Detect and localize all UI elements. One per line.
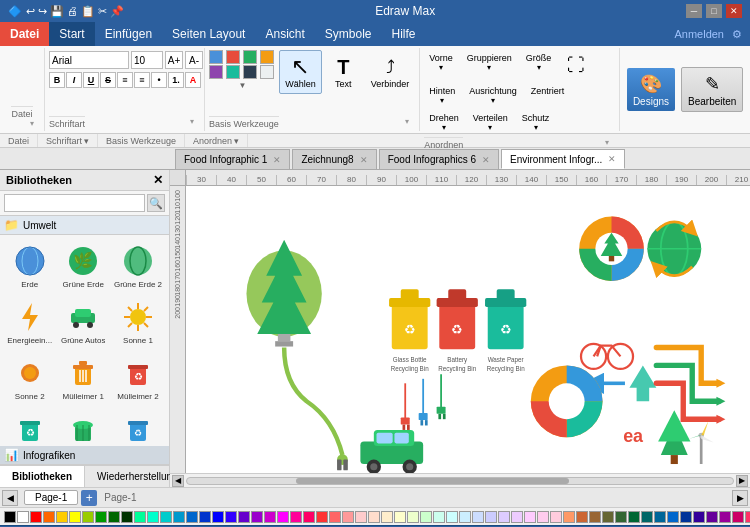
color-swatch[interactable] — [602, 511, 614, 523]
color-swatch[interactable] — [511, 511, 523, 523]
infografiken-header[interactable]: 📊 Infografiken — [0, 446, 169, 465]
color-swatch[interactable] — [108, 511, 120, 523]
color-swatch[interactable] — [43, 511, 55, 523]
color-swatch[interactable] — [212, 511, 224, 523]
shape-swatch-7[interactable] — [243, 65, 257, 79]
color-swatch[interactable] — [628, 511, 640, 523]
zentriert-button[interactable]: Zentriert — [526, 83, 570, 108]
number-btn[interactable]: 1. — [168, 72, 184, 88]
shape-swatch-3[interactable] — [243, 50, 257, 64]
gruppieren-button[interactable]: Gruppieren▾ — [462, 50, 517, 81]
basis-expand[interactable]: ▾ — [405, 117, 415, 127]
font-size-dec-btn[interactable]: A- — [185, 51, 203, 69]
color-swatch[interactable] — [277, 511, 289, 523]
sidebar-item-erde[interactable]: Erde — [4, 239, 55, 293]
menu-hilfe[interactable]: Hilfe — [382, 22, 426, 46]
color-swatch[interactable] — [82, 511, 94, 523]
color-swatch[interactable] — [407, 511, 419, 523]
sidebar-item-mulleimer1[interactable]: Mülleimer 1 — [57, 351, 108, 405]
color-swatch[interactable] — [251, 511, 263, 523]
color-swatch[interactable] — [199, 511, 211, 523]
color-swatch[interactable] — [550, 511, 562, 523]
menu-seiten-layout[interactable]: Seiten Layout — [162, 22, 255, 46]
color-swatch[interactable] — [563, 511, 575, 523]
color-swatch[interactable] — [160, 511, 172, 523]
tab-zeichnung8[interactable]: Zeichnung8 ✕ — [292, 149, 376, 169]
sidebar-item-mulleimer2[interactable]: ♻ Mülleimer 2 — [111, 351, 165, 405]
shape-swatch-4[interactable] — [260, 50, 274, 64]
hinten-button[interactable]: Hinten▾ — [424, 83, 460, 108]
color-swatch[interactable] — [394, 511, 406, 523]
color-swatch[interactable] — [56, 511, 68, 523]
color-swatch[interactable] — [4, 511, 16, 523]
color-swatch[interactable] — [472, 511, 484, 523]
tab-food-infographic-1[interactable]: Food Infographic 1 ✕ — [175, 149, 290, 169]
color-swatch[interactable] — [186, 511, 198, 523]
color-swatch[interactable] — [654, 511, 666, 523]
menu-datei[interactable]: Datei — [0, 22, 49, 46]
color-swatch[interactable] — [316, 511, 328, 523]
sidebar-close-icon[interactable]: ✕ — [153, 173, 163, 187]
anordnen-expand[interactable]: ▾ — [605, 138, 615, 148]
tab-food-infographics-6[interactable]: Food Infographics 6 ✕ — [379, 149, 499, 169]
color-swatch[interactable] — [576, 511, 588, 523]
color-swatch[interactable] — [433, 511, 445, 523]
canvas-content[interactable]: ♻ Glass Bottle Recycling Bin ♻ Battery R… — [186, 186, 750, 473]
scroll-right-btn[interactable]: ▶ — [736, 475, 748, 487]
shape-swatch-1[interactable] — [209, 50, 223, 64]
add-page-btn[interactable]: + — [81, 490, 97, 506]
color-swatch[interactable] — [17, 511, 29, 523]
color-swatch[interactable] — [680, 511, 692, 523]
color-swatch[interactable] — [303, 511, 315, 523]
bold-btn[interactable]: B — [49, 72, 65, 88]
color-swatch[interactable] — [381, 511, 393, 523]
waehlen-button[interactable]: ↖ Wählen — [279, 50, 322, 94]
menu-symbole[interactable]: Symbole — [315, 22, 382, 46]
sidebar-item-mulleimer3[interactable]: ♻ Mülleimer 3 — [4, 407, 55, 446]
search-button[interactable]: 🔍 — [147, 194, 165, 212]
color-swatch[interactable] — [719, 511, 731, 523]
underline-btn[interactable]: U — [83, 72, 99, 88]
tab-close-4[interactable]: ✕ — [608, 154, 616, 164]
drehen-button[interactable]: Drehen▾ — [424, 110, 464, 135]
sidebar-item-mulleimer5[interactable]: ♻ Mülleimer 5 — [111, 407, 165, 446]
verteilen-button[interactable]: Verteilen▾ — [468, 110, 513, 135]
shape-swatch-2[interactable] — [226, 50, 240, 64]
color-swatch[interactable] — [485, 511, 497, 523]
color-swatch[interactable] — [446, 511, 458, 523]
menu-ansicht[interactable]: Ansicht — [255, 22, 314, 46]
color-swatch[interactable] — [121, 511, 133, 523]
align-center-btn[interactable]: ≡ — [134, 72, 150, 88]
schutz-button[interactable]: Schutz▾ — [517, 110, 555, 135]
page-prev-btn[interactable]: ◀ — [2, 490, 18, 506]
bullet-btn[interactable]: • — [151, 72, 167, 88]
text-button[interactable]: T Text — [325, 50, 362, 94]
shape-swatch-5[interactable] — [209, 65, 223, 79]
font-size-input[interactable] — [131, 51, 163, 69]
maximize-button[interactable]: □ — [706, 4, 722, 18]
color-swatch[interactable] — [134, 511, 146, 523]
color-swatch[interactable] — [537, 511, 549, 523]
color-swatch[interactable] — [30, 511, 42, 523]
sidebar-item-gruene-autos[interactable]: Grüne Autos — [57, 295, 108, 349]
ausrichtung-button[interactable]: Ausrichtung▾ — [464, 83, 522, 108]
shape-swatch-8[interactable] — [260, 65, 274, 79]
color-swatch[interactable] — [238, 511, 250, 523]
color-swatch[interactable] — [368, 511, 380, 523]
color-swatch[interactable] — [667, 511, 679, 523]
font-color-btn[interactable]: A — [185, 72, 201, 88]
sidebar-item-mulleimer4[interactable]: Mülleimer 4 — [57, 407, 108, 446]
h-scrollbar-track[interactable] — [186, 477, 734, 485]
menu-start[interactable]: Start — [49, 22, 94, 46]
color-swatch[interactable] — [589, 511, 601, 523]
color-swatch[interactable] — [264, 511, 276, 523]
page-next-btn[interactable]: ▶ — [732, 490, 748, 506]
color-swatch[interactable] — [225, 511, 237, 523]
tab-close-1[interactable]: ✕ — [273, 155, 281, 165]
color-swatch[interactable] — [693, 511, 705, 523]
bibliotheken-tab[interactable]: Bibliotheken — [0, 466, 85, 487]
designs-button[interactable]: 🎨 Designs — [627, 68, 675, 111]
anmelden-link[interactable]: Anmelden — [674, 28, 724, 40]
category-header[interactable]: 📁 Umwelt — [0, 216, 169, 235]
color-swatch[interactable] — [95, 511, 107, 523]
